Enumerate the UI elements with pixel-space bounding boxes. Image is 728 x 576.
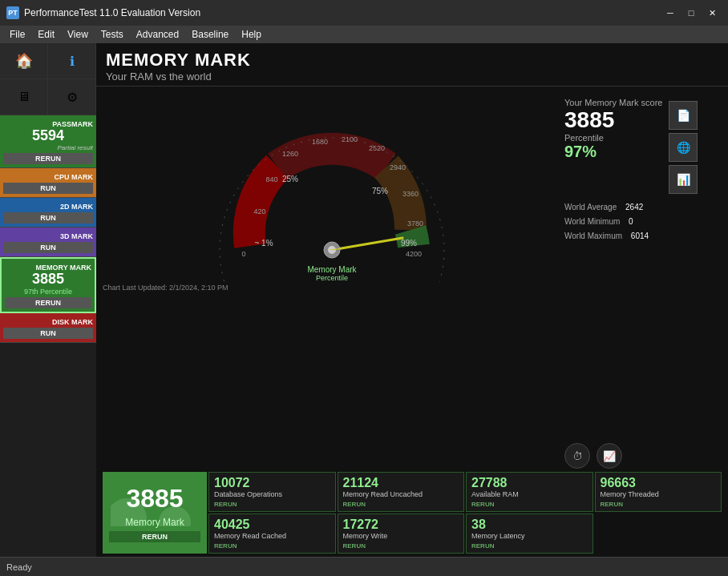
menu-edit[interactable]: Edit <box>31 27 61 42</box>
svg-text:75%: 75% <box>372 187 388 195</box>
passmark-score: 5594 <box>3 128 93 144</box>
mem-latency-rerun-button[interactable]: RERUN <box>471 542 588 550</box>
content-header: MEMORY MARK Your RAM vs the world <box>96 43 728 87</box>
minimize-button[interactable]: ─ <box>661 5 680 21</box>
document-icon: 📄 <box>677 109 690 122</box>
sidebar: 🏠 ℹ 🖥 ⚙ PASSMARK 5594 Partial result RER… <box>0 43 96 557</box>
compare-button[interactable]: 🖥 <box>0 79 48 115</box>
score-compare-button[interactable]: 📊 <box>669 165 698 194</box>
mem-read-uncached-name: Memory Read Uncached <box>343 490 459 499</box>
sidebar-memory[interactable]: MEMORY MARK 3885 97th Percentile RERUN <box>0 257 96 313</box>
twod-run-button[interactable]: RUN <box>3 212 93 224</box>
memory-score: 3885 <box>5 272 91 288</box>
mem-threaded-rerun-button[interactable]: RERUN <box>601 501 717 508</box>
sidebar-3d[interactable]: 3D MARK RUN <box>0 228 96 257</box>
mem-read-cached-rerun-button[interactable]: RERUN <box>214 542 330 550</box>
passmark-rerun-button[interactable]: RERUN <box>3 153 93 164</box>
content-area: MEMORY MARK Your RAM vs the world <box>96 43 728 557</box>
sidebar-disk[interactable]: DISK MARK RUN <box>0 313 96 343</box>
subtest-mem-read-uncached: 21124 Memory Read Uncached RERUN <box>338 472 465 512</box>
main-layout: 🏠 ℹ 🖥 ⚙ PASSMARK 5594 Partial result RER… <box>0 43 728 557</box>
menu-view[interactable]: View <box>61 27 95 42</box>
subtest-mem-write: 17272 Memory Write RERUN <box>338 514 465 554</box>
available-ram-name: Available RAM <box>471 490 588 499</box>
svg-text:4200: 4200 <box>406 250 422 258</box>
threed-run-button[interactable]: RUN <box>3 242 93 253</box>
info-button[interactable]: ℹ <box>48 43 96 79</box>
gauge-icon-button[interactable]: ⏱ <box>564 443 590 469</box>
close-button[interactable]: ✕ <box>702 5 722 21</box>
subtest-columns: 10072 Database Operations RERUN 21124 Me… <box>208 472 722 554</box>
mem-read-uncached-rerun-button[interactable]: RERUN <box>343 501 459 508</box>
menu-tests[interactable]: Tests <box>95 27 130 42</box>
svg-text:Memory Mark: Memory Mark <box>307 265 357 274</box>
menu-help[interactable]: Help <box>235 27 268 42</box>
home-icon: 🏠 <box>15 52 33 70</box>
memory-mark-main-tile: 3885 Memory Mark RERUN <box>103 472 207 554</box>
svg-text:2520: 2520 <box>369 144 385 152</box>
window-controls: ─ □ ✕ <box>661 5 722 21</box>
sidebar-2d[interactable]: 2D MARK RUN <box>0 198 96 228</box>
percentile-value: 97% <box>564 143 662 161</box>
mem-read-cached-score: 40425 <box>214 518 330 532</box>
mem-write-rerun-button[interactable]: RERUN <box>343 542 459 550</box>
svg-text:25%: 25% <box>282 175 298 183</box>
score-chart-button[interactable]: 📄 <box>669 101 698 130</box>
mem-latency-name: Memory Latency <box>471 532 588 541</box>
cpu-run-button[interactable]: RUN <box>3 183 93 194</box>
status-bar: Ready <box>0 557 728 576</box>
svg-text:2100: 2100 <box>342 135 358 143</box>
memory-rerun-button[interactable]: RERUN <box>5 297 91 308</box>
app-title: PerformanceTest 11.0 Evaluation Version <box>24 7 661 18</box>
home-button[interactable]: 🏠 <box>0 43 48 79</box>
cpu-label: CPU MARK <box>3 173 93 181</box>
subtest-grid: 3885 Memory Mark RERUN 10072 <box>96 472 728 557</box>
world-max-label: World Maximum <box>564 232 622 240</box>
svg-text:Percentile: Percentile <box>316 274 348 282</box>
page-subtitle: Your RAM vs the world <box>106 70 718 83</box>
menu-file[interactable]: File <box>3 27 31 42</box>
disk-run-button[interactable]: RUN <box>3 328 93 339</box>
title-bar: PT PerformanceTest 11.0 Evaluation Versi… <box>0 0 728 26</box>
svg-text:99%: 99% <box>401 239 417 248</box>
svg-text:420: 420 <box>253 207 265 215</box>
svg-text:840: 840 <box>265 175 277 183</box>
subtest-database: 10072 Database Operations RERUN <box>208 472 336 512</box>
passmark-subtitle: Partial result <box>3 144 93 151</box>
svg-text:3780: 3780 <box>407 220 423 228</box>
database-score: 10072 <box>214 476 330 490</box>
mem-threaded-score: 96663 <box>601 476 717 490</box>
subtest-row-2: 40425 Memory Read Cached RERUN 17272 Mem… <box>208 514 722 554</box>
memory-mark-rerun-button[interactable]: RERUN <box>109 531 200 542</box>
available-ram-rerun-button[interactable]: RERUN <box>471 501 588 508</box>
database-rerun-button[interactable]: RERUN <box>214 501 330 508</box>
subtest-mem-read-cached: 40425 Memory Read Cached RERUN <box>208 514 336 554</box>
sidebar-second-icons: 🖥 ⚙ <box>0 79 96 115</box>
world-stats: World Average 2642 World Minimum 0 World… <box>564 200 649 244</box>
menu-advanced[interactable]: Advanced <box>130 27 185 42</box>
disk-label: DISK MARK <box>3 318 93 326</box>
mem-read-uncached-score: 21124 <box>343 476 459 490</box>
threed-label: 3D MARK <box>3 232 93 240</box>
mem-read-cached-name: Memory Read Cached <box>214 532 330 541</box>
gauge-section: 25% 75% 99% ~ 1% 0 420 840 1260 1680 210… <box>96 87 728 472</box>
menu-bar: File Edit View Tests Advanced Baseline H… <box>0 26 728 43</box>
svg-text:2940: 2940 <box>390 163 406 171</box>
bar-chart-icon: 📊 <box>677 173 690 186</box>
maximize-button[interactable]: □ <box>681 5 701 21</box>
twod-label: 2D MARK <box>3 203 93 211</box>
sidebar-passmark[interactable]: PASSMARK 5594 Partial result RERUN <box>0 115 96 168</box>
percentile-label: Percentile <box>564 133 662 143</box>
gauge-container: 25% 75% 99% ~ 1% 0 420 840 1260 1680 210… <box>103 90 561 469</box>
line-chart-button[interactable]: 📈 <box>597 443 622 469</box>
settings-button[interactable]: ⚙ <box>48 79 96 115</box>
subtest-row-1: 10072 Database Operations RERUN 21124 Me… <box>208 472 722 512</box>
score-world-button[interactable]: 🌐 <box>669 133 698 162</box>
chart-updated: Chart Last Updated: 2/1/2024, 2:10 PM <box>103 282 229 292</box>
sidebar-cpu[interactable]: CPU MARK RUN <box>0 168 96 198</box>
world-avg-label: World Average <box>564 203 617 211</box>
app-icon: PT <box>6 6 19 19</box>
memory-percentile: 97th Percentile <box>5 288 91 296</box>
database-name: Database Operations <box>214 490 330 499</box>
menu-baseline[interactable]: Baseline <box>185 27 235 42</box>
